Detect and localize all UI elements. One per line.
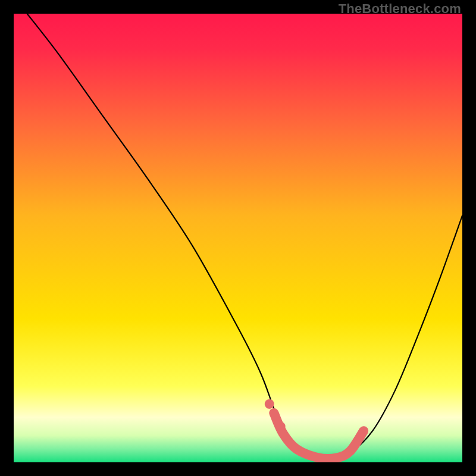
- highlight-dot-0: [265, 399, 274, 409]
- chart-svg: [14, 14, 462, 462]
- highlight-dot-1: [276, 422, 286, 431]
- chart-frame: TheBottleneck.com: [0, 0, 476, 476]
- chart-plot-area: [14, 14, 462, 462]
- svg-rect-0: [14, 14, 462, 462]
